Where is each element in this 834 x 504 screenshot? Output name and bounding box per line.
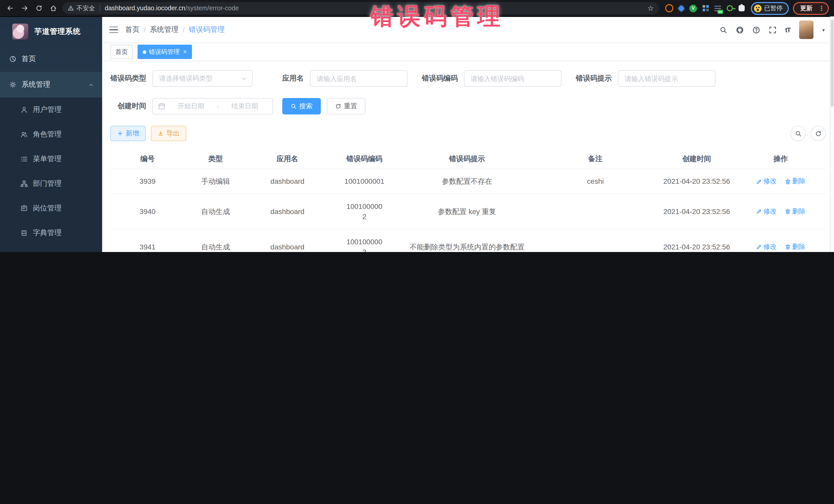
refresh-icon xyxy=(815,130,821,137)
reset-button-label: 重置 xyxy=(344,102,357,111)
error-hint-input[interactable] xyxy=(618,70,716,87)
bookmark-star-icon[interactable]: ☆ xyxy=(648,4,654,12)
browser-menu-icon[interactable]: ⋮ xyxy=(818,4,825,12)
browser-reload-icon[interactable] xyxy=(34,3,44,13)
browser-home-icon[interactable] xyxy=(48,3,59,13)
dashboard-icon xyxy=(9,56,17,63)
range-separator: - xyxy=(217,103,219,110)
toggle-search-button[interactable] xyxy=(790,126,806,141)
orange-ring-extension-icon[interactable] xyxy=(665,4,673,12)
url-host: dashboard.yudao.iocoder.cn xyxy=(105,5,185,12)
tab-home[interactable]: 首页 xyxy=(110,45,133,59)
pencil-icon xyxy=(756,178,762,184)
top-navbar: 首页/系统管理/错误码管理 tT ▾ xyxy=(102,17,834,43)
search-icon xyxy=(290,103,297,109)
refresh-icon xyxy=(335,103,341,109)
reset-button[interactable]: 重置 xyxy=(327,98,366,114)
search-icon[interactable] xyxy=(719,26,727,34)
edit-button[interactable]: 修改 xyxy=(756,242,777,252)
green-key-extension-icon[interactable] xyxy=(727,5,733,11)
blue-gem-extension-icon[interactable] xyxy=(678,5,684,11)
sidebar-item-dict-management[interactable]: 字典管理 xyxy=(0,221,102,245)
app-name-input[interactable] xyxy=(310,70,408,87)
cell-time: 2021-04-20 23:52:56 xyxy=(657,206,737,217)
page-content: 错误码类型 请选择错误码类型 应用名 错误码编码 xyxy=(102,61,834,252)
export-button[interactable]: 导出 xyxy=(151,126,186,141)
error-type-select[interactable]: 请选择错误码类型 xyxy=(152,70,253,87)
url-path: /system/error-code xyxy=(185,5,643,12)
edit-label: 修改 xyxy=(764,177,777,186)
search-button[interactable]: 搜索 xyxy=(282,98,321,114)
sidebar-item-post-management[interactable]: 岗位管理 xyxy=(0,196,102,221)
cell-time: 2021-04-20 23:52:56 xyxy=(657,176,737,187)
breadcrumb-item[interactable]: 首页 xyxy=(125,25,139,35)
edit-button[interactable]: 修改 xyxy=(756,206,777,216)
breadcrumb-item[interactable]: 系统管理 xyxy=(150,25,179,35)
sidebar-item-menu-management[interactable]: 菜单管理 xyxy=(0,147,102,171)
browser-back-icon[interactable] xyxy=(5,3,15,13)
delete-button[interactable]: 删除 xyxy=(785,206,806,216)
plus-icon xyxy=(117,130,123,136)
column-header: 操作 xyxy=(737,153,825,164)
logo-avatar xyxy=(12,24,28,40)
sidebar-item-user-management[interactable]: 用户管理 xyxy=(0,97,102,122)
security-label: 不安全 xyxy=(76,4,95,13)
app-logo[interactable]: 芋道管理系统 xyxy=(0,17,102,46)
tab-label: 错误码管理 xyxy=(149,47,180,56)
filter-error-code: 错误码编码 xyxy=(422,70,562,87)
github-icon[interactable] xyxy=(736,26,743,34)
filter-app-name: 应用名 xyxy=(282,70,408,87)
table-body: 3939手动编辑dashboard1001000001参数配置不存在ceshi2… xyxy=(110,169,826,252)
start-date-placeholder: 开始日期 xyxy=(168,102,214,111)
tab-label: 首页 xyxy=(115,47,128,56)
list-on-extension-icon[interactable]: on xyxy=(715,5,721,11)
tab-error-code[interactable]: 错误码管理× xyxy=(137,45,192,59)
chevron-up-icon xyxy=(88,82,94,88)
add-button[interactable]: 新增 xyxy=(110,126,146,141)
cell-actions: 修改删除 xyxy=(737,242,825,252)
profile-paused-badge[interactable]: 已暂停 xyxy=(751,2,789,15)
filter-row-1: 错误码类型 请选择错误码类型 应用名 错误码编码 xyxy=(110,70,826,87)
error-code-input[interactable] xyxy=(464,70,562,87)
breadcrumb: 首页/系统管理/错误码管理 xyxy=(125,25,712,35)
edit-button[interactable]: 修改 xyxy=(756,177,777,186)
edit-label: 修改 xyxy=(764,242,777,252)
sidebar-item-system-management[interactable]: 系统管理 xyxy=(0,72,102,97)
browser-update-button[interactable]: 更新 ⋮ xyxy=(793,2,829,15)
delete-button[interactable]: 删除 xyxy=(785,177,806,186)
refresh-table-button[interactable] xyxy=(810,126,826,141)
sidebar-item-label: 系统管理 xyxy=(22,80,50,89)
tree-icon xyxy=(21,180,28,187)
sidebar-item-home[interactable]: 首页 xyxy=(0,46,102,72)
fullscreen-icon[interactable] xyxy=(769,26,776,34)
caret-down-icon[interactable]: ▾ xyxy=(822,27,825,32)
puzzle-extensions-icon[interactable] xyxy=(739,5,745,11)
delete-button[interactable]: 删除 xyxy=(785,242,806,252)
close-tab-icon[interactable]: × xyxy=(183,48,187,56)
page-scrollbar[interactable] xyxy=(830,17,834,252)
help-icon[interactable] xyxy=(752,26,760,34)
browser-forward-icon[interactable] xyxy=(20,3,30,13)
create-time-label: 创建时间 xyxy=(110,102,146,111)
font-size-icon[interactable]: tT xyxy=(785,26,790,34)
sidebar-item-label: 角色管理 xyxy=(33,130,62,139)
column-header: 应用名 xyxy=(246,153,328,164)
green-v-extension-icon[interactable]: V xyxy=(689,4,697,12)
cell-type: 手动编辑 xyxy=(185,176,246,187)
grid-extension-icon[interactable] xyxy=(703,5,705,8)
main-area: 首页/系统管理/错误码管理 tT ▾ 首页错误码管理× 错误码类型 xyxy=(102,17,834,252)
cell-code: 100100000 2 xyxy=(328,201,400,222)
column-header: 类型 xyxy=(185,153,246,164)
breadcrumb-separator: / xyxy=(144,26,146,34)
gear-icon xyxy=(9,81,17,88)
app-title: 芋道管理系统 xyxy=(35,27,81,37)
sidebar-item-notice-announcement[interactable]: 通知公告 xyxy=(0,245,102,252)
create-time-range-picker[interactable]: 开始日期 - 结束日期 xyxy=(152,98,273,114)
sidebar-toggle-icon[interactable] xyxy=(109,26,118,33)
address-bar[interactable]: 不安全 dashboard.yudao.iocoder.cn /system/e… xyxy=(63,2,659,14)
sidebar-item-dept-management[interactable]: 部门管理 xyxy=(0,171,102,196)
sidebar-item-role-management[interactable]: 角色管理 xyxy=(0,122,102,147)
user-avatar[interactable] xyxy=(799,21,813,39)
on-badge: on xyxy=(717,9,723,14)
cell-id: 3940 xyxy=(110,206,185,217)
